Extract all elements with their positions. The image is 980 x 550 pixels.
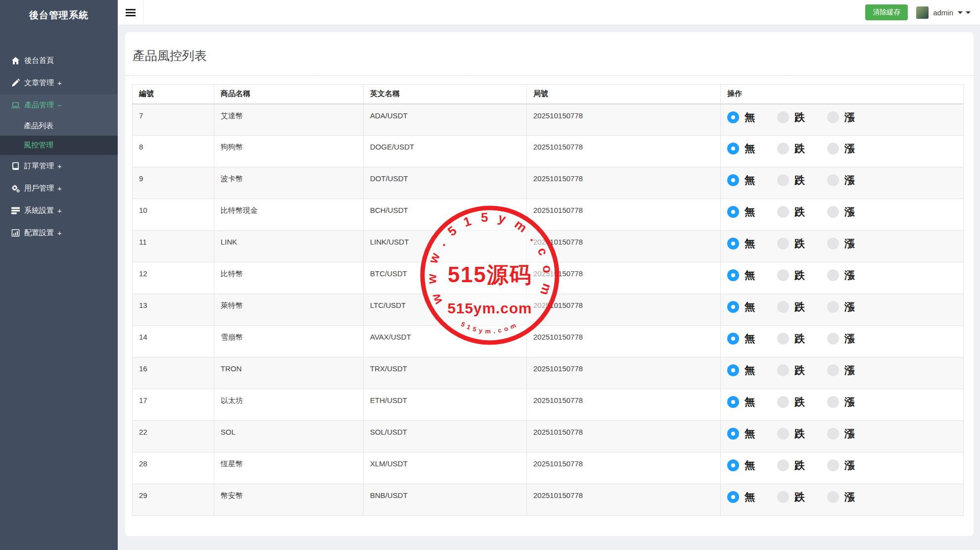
server-icon	[11, 206, 20, 215]
clear-cache-button[interactable]: 清除緩存	[865, 4, 908, 20]
radio-unchecked-icon[interactable]	[777, 206, 789, 218]
risk-option-none[interactable]: 無	[727, 238, 755, 250]
risk-option-none[interactable]: 無	[727, 206, 755, 218]
radio-checked-icon[interactable]	[727, 459, 739, 471]
chevron-down-icon[interactable]	[966, 11, 971, 14]
radio-unchecked-icon[interactable]	[777, 301, 789, 313]
risk-option-down[interactable]: 跌	[777, 206, 805, 218]
sidebar-toggle-button[interactable]	[118, 0, 143, 25]
row-id: 16	[133, 357, 214, 389]
radio-unchecked-icon[interactable]	[827, 301, 839, 313]
sidebar-item-5[interactable]: 訂單管理+	[0, 155, 118, 177]
sidebar-item-2[interactable]: 產品管理−	[0, 94, 118, 116]
risk-option-down[interactable]: 跌	[777, 238, 805, 250]
risk-option-none[interactable]: 無	[727, 459, 755, 471]
risk-option-none[interactable]: 無	[727, 269, 755, 281]
sidebar-item-1[interactable]: 文章管理+	[0, 72, 118, 94]
radio-unchecked-icon[interactable]	[827, 396, 839, 408]
radio-checked-icon[interactable]	[727, 238, 739, 250]
risk-option-up[interactable]: 漲	[827, 301, 855, 313]
risk-option-up[interactable]: 漲	[827, 396, 855, 408]
risk-option-up[interactable]: 漲	[827, 364, 855, 376]
sidebar-item-3[interactable]: 產品列表	[0, 116, 118, 136]
risk-option-up[interactable]: 漲	[827, 333, 855, 345]
radio-unchecked-icon[interactable]	[777, 111, 789, 123]
radio-unchecked-icon[interactable]	[827, 269, 839, 281]
sidebar-item-6[interactable]: 用戶管理+	[0, 177, 118, 200]
radio-checked-icon[interactable]	[727, 333, 739, 345]
risk-option-up[interactable]: 漲	[827, 206, 855, 218]
product-en-name: ETH/USDT	[364, 389, 527, 421]
risk-option-down[interactable]: 跌	[777, 333, 805, 345]
radio-checked-icon[interactable]	[727, 301, 739, 313]
sidebar-item-0[interactable]: 後台首頁	[0, 50, 118, 72]
risk-option-up[interactable]: 漲	[827, 238, 855, 250]
radio-unchecked-icon[interactable]	[777, 238, 789, 250]
sidebar-item-7[interactable]: 系統設置+	[0, 200, 118, 222]
risk-option-up[interactable]: 漲	[827, 111, 855, 123]
radio-checked-icon[interactable]	[727, 491, 739, 503]
risk-option-none[interactable]: 無	[727, 364, 755, 376]
radio-checked-icon[interactable]	[727, 143, 739, 154]
risk-option-down[interactable]: 跌	[777, 428, 805, 440]
radio-checked-icon[interactable]	[727, 111, 739, 123]
radio-unchecked-icon[interactable]	[827, 111, 839, 123]
risk-option-down[interactable]: 跌	[777, 396, 805, 408]
radio-unchecked-icon[interactable]	[777, 396, 789, 408]
radio-unchecked-icon[interactable]	[827, 206, 839, 218]
risk-option-up[interactable]: 漲	[827, 459, 855, 471]
radio-unchecked-icon[interactable]	[827, 333, 839, 345]
sidebar-item-label: 產品列表	[24, 121, 53, 131]
avatar[interactable]	[916, 6, 929, 19]
radio-checked-icon[interactable]	[727, 428, 739, 440]
radio-checked-icon[interactable]	[727, 174, 739, 186]
risk-option-down[interactable]: 跌	[777, 174, 805, 186]
radio-unchecked-icon[interactable]	[777, 491, 789, 503]
sidebar-item-4[interactable]: 風控管理	[0, 136, 118, 155]
username[interactable]: admin	[933, 8, 953, 17]
radio-unchecked-icon[interactable]	[827, 364, 839, 376]
risk-option-none[interactable]: 無	[727, 333, 755, 345]
risk-option-down[interactable]: 跌	[777, 143, 805, 154]
risk-option-none[interactable]: 無	[727, 143, 755, 154]
sidebar-item-8[interactable]: 配置設置+	[0, 222, 118, 244]
risk-option-down[interactable]: 跌	[777, 364, 805, 376]
radio-checked-icon[interactable]	[727, 269, 739, 281]
risk-option-none[interactable]: 無	[727, 428, 755, 440]
radio-unchecked-icon[interactable]	[777, 428, 789, 440]
risk-option-up[interactable]: 漲	[827, 269, 855, 281]
radio-unchecked-icon[interactable]	[777, 333, 789, 345]
risk-option-down[interactable]: 跌	[777, 459, 805, 471]
radio-unchecked-icon[interactable]	[827, 459, 839, 471]
radio-checked-icon[interactable]	[727, 364, 739, 376]
risk-option-down[interactable]: 跌	[777, 269, 805, 281]
radio-checked-icon[interactable]	[727, 396, 739, 408]
risk-option-none[interactable]: 無	[727, 174, 755, 186]
risk-option-label: 漲	[844, 111, 855, 123]
risk-option-down[interactable]: 跌	[777, 301, 805, 313]
radio-unchecked-icon[interactable]	[777, 143, 789, 154]
round-no: 202510150778	[527, 484, 721, 516]
radio-checked-icon[interactable]	[727, 206, 739, 218]
radio-unchecked-icon[interactable]	[827, 174, 839, 186]
chevron-down-icon[interactable]	[958, 11, 963, 14]
radio-unchecked-icon[interactable]	[827, 491, 839, 503]
radio-unchecked-icon[interactable]	[827, 238, 839, 250]
risk-option-label: 無	[745, 269, 755, 281]
radio-unchecked-icon[interactable]	[777, 459, 789, 471]
risk-option-none[interactable]: 無	[727, 111, 755, 123]
risk-option-none[interactable]: 無	[727, 396, 755, 408]
risk-option-up[interactable]: 漲	[827, 143, 855, 154]
radio-unchecked-icon[interactable]	[777, 269, 789, 281]
risk-option-down[interactable]: 跌	[777, 491, 805, 503]
risk-option-up[interactable]: 漲	[827, 428, 855, 440]
radio-unchecked-icon[interactable]	[777, 364, 789, 376]
radio-unchecked-icon[interactable]	[777, 174, 789, 186]
radio-unchecked-icon[interactable]	[827, 143, 839, 154]
risk-option-up[interactable]: 漲	[827, 491, 855, 503]
risk-option-up[interactable]: 漲	[827, 174, 855, 186]
risk-option-none[interactable]: 無	[727, 301, 755, 313]
radio-unchecked-icon[interactable]	[827, 428, 839, 440]
risk-option-none[interactable]: 無	[727, 491, 755, 503]
risk-option-down[interactable]: 跌	[777, 111, 805, 123]
